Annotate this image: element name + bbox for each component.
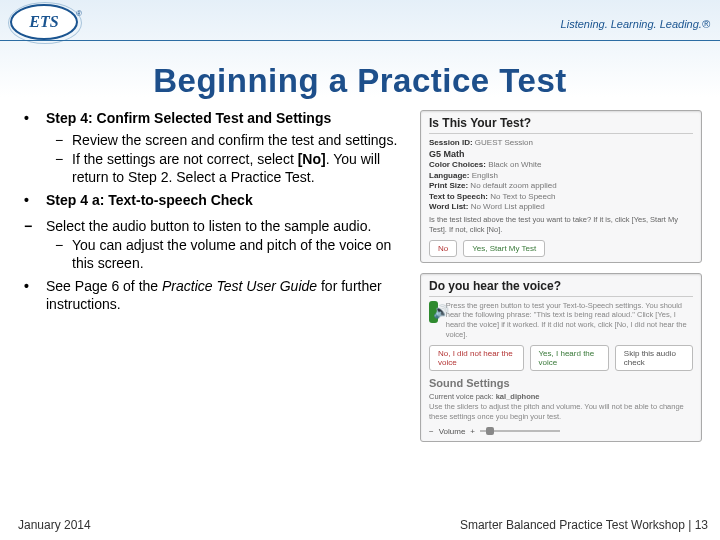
- bullet-icon: •: [24, 110, 46, 188]
- step4-heading: Step 4: Confirm Selected Test and Settin…: [46, 110, 408, 128]
- row-test: G5 Math: [429, 149, 693, 159]
- left-column: • Step 4: Confirm Selected Test and Sett…: [24, 110, 408, 452]
- panel2-title: Do you hear the voice?: [429, 279, 693, 297]
- dash-icon: −: [46, 151, 72, 186]
- yes-voice-button[interactable]: Yes, I heard the voice: [530, 345, 609, 371]
- row-print: Print Size: No default zoom applied: [429, 181, 693, 190]
- step4-sub-2: −If the settings are not correct, select…: [46, 151, 408, 186]
- panel1-title: Is This Your Test?: [429, 116, 693, 134]
- tagline: Listening. Learning. Leading.®: [561, 18, 710, 30]
- footer: January 2014 Smarter Balanced Practice T…: [18, 518, 708, 532]
- dash-icon: −: [24, 218, 46, 275]
- dash-icon: −: [46, 237, 72, 272]
- no-voice-button[interactable]: No, I did not hear the voice: [429, 345, 524, 371]
- row-lang: Language: English: [429, 171, 693, 180]
- ets-logo-text: ETS: [29, 14, 58, 30]
- row-tts: Text to Speech: No Text to Speech: [429, 192, 693, 201]
- dash-icon: −: [46, 132, 72, 150]
- guide-text: See Page 6 of the Practice Test User Gui…: [46, 278, 408, 313]
- row-wordlist: Word List: No Word List applied: [429, 202, 693, 211]
- panel1-question: Is the test listed above the test you wa…: [429, 215, 693, 235]
- footer-date: January 2014: [18, 518, 91, 532]
- sub-text: Review the screen and confirm the test a…: [72, 132, 408, 150]
- skip-audio-button[interactable]: Skip this audio check: [615, 345, 693, 371]
- audio-sub-1: −You can adjust the volume and pitch of …: [46, 237, 408, 272]
- sound-desc: Use the sliders to adjust the pitch and …: [429, 402, 693, 422]
- panel2-desc: Press the green button to test your Text…: [446, 301, 693, 340]
- content-row: • Step 4: Confirm Selected Test and Sett…: [0, 100, 720, 452]
- footer-page: Smarter Balanced Practice Test Workshop …: [460, 518, 708, 532]
- audio-text: Select the audio button to listen to the…: [46, 218, 371, 234]
- right-column: Is This Your Test? Session ID: GUEST Ses…: [420, 110, 702, 452]
- guide-item: • See Page 6 of the Practice Test User G…: [24, 278, 408, 313]
- voice-pack: Current voice pack: kal_diphone: [429, 392, 693, 401]
- sound-settings-title: Sound Settings: [429, 377, 693, 389]
- no-button[interactable]: No: [429, 240, 457, 257]
- page-title: Beginning a Practice Test: [0, 62, 720, 100]
- sub-text: If the settings are not correct, select …: [72, 151, 408, 186]
- header: ETS® Listening. Learning. Leading.®: [0, 0, 720, 46]
- sub-text: You can adjust the volume and pitch of t…: [72, 237, 408, 272]
- slider-thumb[interactable]: [486, 427, 494, 435]
- step4-item: • Step 4: Confirm Selected Test and Sett…: [24, 110, 408, 188]
- ets-logo: ETS®: [10, 4, 78, 40]
- bullet-icon: •: [24, 278, 46, 313]
- header-divider: [0, 40, 720, 41]
- speaker-icon[interactable]: [429, 301, 438, 323]
- step4a-item: • Step 4 a: Text-to-speech Check: [24, 192, 408, 214]
- volume-slider[interactable]: −Volume+: [429, 427, 693, 436]
- step4-sub-1: −Review the screen and confirm the test …: [46, 132, 408, 150]
- audio-item: − Select the audio button to listen to t…: [24, 218, 408, 275]
- audio-check-panel: Do you hear the voice? Press the green b…: [420, 273, 702, 442]
- row-color: Color Choices: Black on White: [429, 160, 693, 169]
- bullet-icon: •: [24, 192, 46, 214]
- yes-start-button[interactable]: Yes, Start My Test: [463, 240, 545, 257]
- step4a-heading: Step 4 a: Text-to-speech Check: [46, 192, 408, 210]
- confirm-test-panel: Is This Your Test? Session ID: GUEST Ses…: [420, 110, 702, 263]
- row-session: Session ID: GUEST Session: [429, 138, 693, 147]
